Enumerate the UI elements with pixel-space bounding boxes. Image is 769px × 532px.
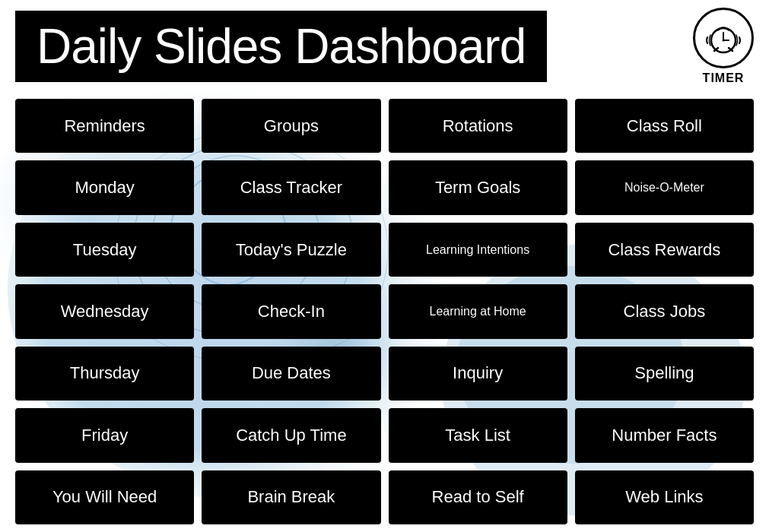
reminders-button[interactable]: Reminders (15, 99, 194, 153)
rotations-button[interactable]: Rotations (389, 99, 567, 153)
header: Daily Slides Dashboard (15, 8, 754, 85)
thursday-button[interactable]: Thursday (15, 347, 194, 401)
due-dates-button[interactable]: Due Dates (202, 347, 380, 401)
number-facts-button[interactable]: Number Facts (575, 408, 754, 462)
page-title: Daily Slides Dashboard (37, 18, 526, 74)
learning-at-home-button[interactable]: Learning at Home (389, 284, 567, 338)
alarm-clock-icon (703, 17, 744, 59)
monday-button[interactable]: Monday (15, 160, 194, 214)
class-jobs-button[interactable]: Class Jobs (575, 284, 754, 338)
groups-button[interactable]: Groups (202, 99, 380, 153)
class-rewards-button[interactable]: Class Rewards (575, 223, 754, 277)
timer-circle[interactable] (693, 8, 754, 68)
wednesday-button[interactable]: Wednesday (15, 284, 194, 338)
spelling-button[interactable]: Spelling (575, 347, 754, 401)
class-tracker-button[interactable]: Class Tracker (202, 160, 380, 214)
web-links-button[interactable]: Web Links (575, 470, 754, 524)
todays-puzzle-button[interactable]: Today's Puzzle (202, 223, 380, 277)
dashboard-grid: RemindersGroupsRotationsClass RollMonday… (15, 99, 754, 524)
you-will-need-button[interactable]: You Will Need (15, 470, 194, 524)
friday-button[interactable]: Friday (15, 408, 194, 462)
check-in-button[interactable]: Check-In (202, 284, 380, 338)
timer-label: TIMER (703, 71, 745, 85)
noise-o-meter-button[interactable]: Noise-O-Meter (575, 160, 754, 214)
class-roll-button[interactable]: Class Roll (575, 99, 754, 153)
tuesday-button[interactable]: Tuesday (15, 223, 194, 277)
inquiry-button[interactable]: Inquiry (389, 347, 567, 401)
read-to-self-button[interactable]: Read to Self (389, 470, 567, 524)
title-bar: Daily Slides Dashboard (15, 11, 547, 82)
timer-widget[interactable]: TIMER (693, 8, 754, 85)
catch-up-time-button[interactable]: Catch Up Time (202, 408, 380, 462)
task-list-button[interactable]: Task List (389, 408, 567, 462)
brain-break-button[interactable]: Brain Break (202, 470, 380, 524)
learning-intentions-button[interactable]: Learning Intentions (389, 223, 567, 277)
term-goals-button[interactable]: Term Goals (389, 160, 567, 214)
